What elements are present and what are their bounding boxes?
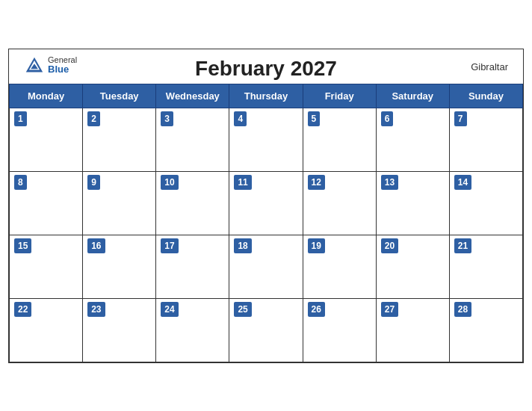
day-number-17: 17: [161, 238, 178, 253]
weekday-header-row: Monday Tuesday Wednesday Thursday Friday…: [10, 84, 523, 108]
calendar-day-21: 21: [449, 235, 522, 298]
day-number-19: 19: [308, 238, 325, 253]
day-number-9: 9: [87, 175, 100, 190]
day-number-6: 6: [381, 111, 394, 126]
day-number-2: 2: [87, 111, 100, 126]
day-number-21: 21: [454, 238, 471, 253]
calendar-day-28: 28: [449, 298, 522, 362]
calendar-day-22: 22: [10, 298, 83, 362]
calendar-day-2: 2: [83, 108, 156, 171]
region-label: Gibraltar: [471, 61, 508, 72]
calendar-day-24: 24: [156, 298, 229, 362]
day-number-24: 24: [161, 302, 178, 317]
calendar-table: Monday Tuesday Wednesday Thursday Friday…: [9, 84, 523, 362]
calendar-day-25: 25: [229, 298, 303, 362]
calendar-day-20: 20: [376, 235, 449, 298]
calendar-week-1: 1234567: [10, 108, 523, 171]
day-number-18: 18: [234, 238, 251, 253]
header-thursday: Thursday: [229, 84, 303, 108]
calendar-day-7: 7: [449, 108, 522, 171]
brand-blue-label: Blue: [48, 64, 77, 75]
day-number-1: 1: [14, 111, 27, 126]
calendar-header: General Blue February 2027 Gibraltar: [9, 49, 523, 84]
calendar-day-26: 26: [303, 298, 376, 362]
day-number-27: 27: [381, 302, 398, 317]
calendar-week-3: 15161718192021: [10, 235, 523, 298]
calendar-day-14: 14: [449, 171, 522, 235]
header-wednesday: Wednesday: [156, 84, 229, 108]
day-number-4: 4: [234, 111, 247, 126]
calendar-body: 1234567891011121314151617181920212223242…: [10, 108, 523, 362]
calendar-day-9: 9: [83, 171, 156, 235]
calendar-day-12: 12: [303, 171, 376, 235]
day-number-16: 16: [87, 238, 105, 253]
day-number-3: 3: [161, 111, 173, 126]
header-tuesday: Tuesday: [83, 84, 156, 108]
calendar-week-4: 22232425262728: [10, 298, 523, 362]
header-sunday: Sunday: [449, 84, 522, 108]
calendar-day-11: 11: [229, 171, 303, 235]
calendar-day-8: 8: [10, 171, 83, 235]
day-number-14: 14: [454, 175, 471, 190]
brand-logo-area: General Blue: [24, 55, 77, 76]
day-number-15: 15: [14, 238, 31, 253]
calendar-day-23: 23: [83, 298, 156, 362]
day-number-28: 28: [454, 302, 471, 317]
calendar-day-27: 27: [376, 298, 449, 362]
calendar-title: February 2027: [195, 57, 337, 81]
calendar-week-2: 891011121314: [10, 171, 523, 235]
calendar-day-1: 1: [10, 108, 83, 171]
calendar-day-5: 5: [303, 108, 376, 171]
general-blue-icon: [24, 55, 45, 76]
header-saturday: Saturday: [376, 84, 449, 108]
calendar-day-6: 6: [376, 108, 449, 171]
day-number-20: 20: [381, 238, 398, 253]
day-number-5: 5: [308, 111, 321, 126]
day-number-10: 10: [161, 175, 178, 190]
calendar-day-17: 17: [156, 235, 229, 298]
calendar-day-18: 18: [229, 235, 303, 298]
day-number-25: 25: [234, 302, 251, 317]
header-friday: Friday: [303, 84, 376, 108]
day-number-26: 26: [308, 302, 325, 317]
calendar-day-19: 19: [303, 235, 376, 298]
day-number-23: 23: [87, 302, 105, 317]
calendar-day-3: 3: [156, 108, 229, 171]
header-monday: Monday: [10, 84, 83, 108]
calendar: General Blue February 2027 Gibraltar Mon…: [8, 49, 524, 363]
day-number-13: 13: [381, 175, 398, 190]
calendar-day-4: 4: [229, 108, 303, 171]
brand-text: General Blue: [48, 55, 77, 75]
day-number-12: 12: [308, 175, 325, 190]
calendar-day-15: 15: [10, 235, 83, 298]
calendar-day-13: 13: [376, 171, 449, 235]
day-number-11: 11: [234, 175, 251, 190]
day-number-22: 22: [14, 302, 31, 317]
day-number-7: 7: [454, 111, 467, 126]
calendar-day-16: 16: [83, 235, 156, 298]
calendar-day-10: 10: [156, 171, 229, 235]
day-number-8: 8: [14, 175, 27, 190]
